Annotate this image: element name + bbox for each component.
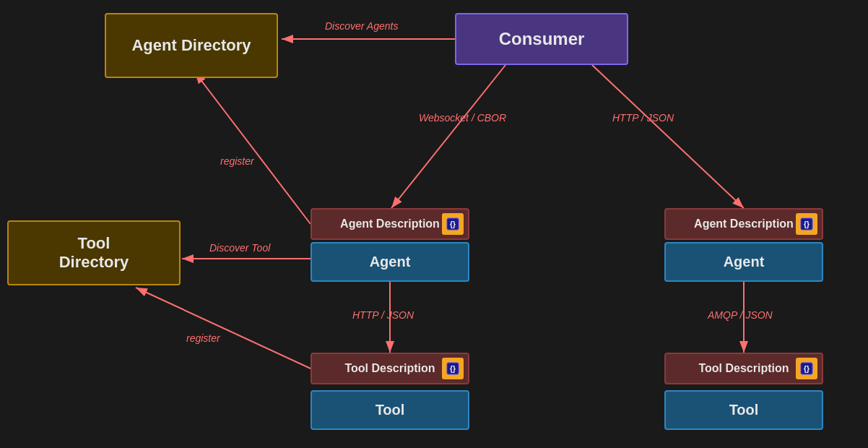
tool-directory-label: Tool Directory — [59, 234, 129, 272]
label-register-agent: register — [220, 155, 254, 167]
svg-text:{}: {} — [450, 365, 456, 373]
diagram-container: Discover Agents register Websocket / CBO… — [0, 0, 868, 448]
agent-directory-box: Agent Directory — [105, 13, 278, 78]
label-discover-agents: Discover Agents — [325, 20, 398, 32]
tool-right-box: Tool — [664, 390, 823, 430]
svg-text:{}: {} — [804, 365, 810, 373]
consumer-box: Consumer — [455, 13, 628, 65]
svg-line-5 — [592, 65, 744, 208]
tool-desc-right-icon: {} — [796, 358, 817, 379]
agent-directory-label: Agent Directory — [131, 36, 251, 55]
tool-left-label: Tool — [376, 402, 405, 418]
consumer-label: Consumer — [499, 29, 585, 49]
agent-desc-right-box: Agent Description {} — [664, 208, 823, 240]
label-http-json-agent: HTTP / JSON — [352, 309, 414, 321]
svg-line-4 — [391, 65, 505, 208]
agent-desc-right-icon: {} — [796, 213, 817, 235]
label-register-tool: register — [186, 332, 220, 344]
label-http-json-right: HTTP / JSON — [612, 112, 674, 124]
agent-right-box: Agent — [664, 242, 823, 282]
agent-desc-left-box: Agent Description {} — [311, 208, 469, 240]
svg-text:{}: {} — [450, 220, 456, 228]
agent-desc-left-icon: {} — [442, 213, 464, 235]
tool-desc-right-box: Tool Description {} — [664, 353, 823, 384]
label-websocket-cbor: Websocket / CBOR — [419, 112, 506, 124]
tool-desc-left-icon: {} — [442, 358, 464, 379]
label-amqp-json: AMQP / JSON — [708, 309, 773, 321]
tool-desc-left-box: Tool Description {} — [311, 353, 469, 384]
label-discover-tool: Discover Tool — [209, 242, 270, 254]
agent-right-label: Agent — [724, 254, 765, 270]
agent-left-box: Agent — [311, 242, 469, 282]
tool-right-label: Tool — [729, 402, 759, 418]
tool-left-box: Tool — [311, 390, 469, 430]
svg-line-7 — [136, 288, 311, 369]
svg-text:{}: {} — [804, 220, 810, 228]
agent-left-label: Agent — [370, 254, 411, 270]
tool-directory-box: Tool Directory — [7, 220, 181, 285]
svg-line-3 — [195, 72, 311, 224]
